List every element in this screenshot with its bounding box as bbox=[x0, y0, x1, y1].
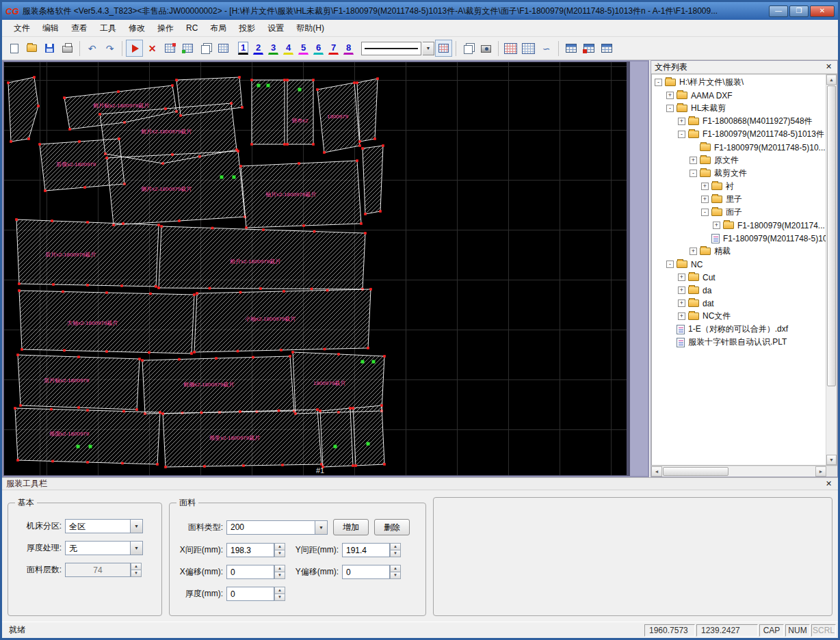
tree-item[interactable]: +里子 bbox=[652, 193, 826, 206]
stepper-down-icon[interactable]: ▼ bbox=[274, 594, 285, 601]
tree-item[interactable]: +精裁 bbox=[652, 245, 826, 258]
layer-7-button[interactable]: 7 bbox=[328, 42, 339, 55]
stepper-up-icon[interactable]: ▲ bbox=[274, 587, 285, 594]
tree-item[interactable]: -面子 bbox=[652, 206, 826, 219]
thickness-mode-combo[interactable]: 无 ▼ bbox=[65, 541, 143, 555]
run-cut-button[interactable] bbox=[126, 40, 143, 57]
y-offset-input[interactable] bbox=[342, 565, 390, 579]
layer-1-button[interactable]: 1 bbox=[238, 42, 248, 55]
fabric-layers-stepper[interactable]: ▲▼ bbox=[65, 563, 142, 577]
table-export-button[interactable] bbox=[562, 40, 579, 57]
tree-item[interactable]: -HL未裁剪 bbox=[652, 102, 826, 115]
stepper-down-icon[interactable]: ▼ bbox=[390, 550, 401, 557]
thickness-mode-value[interactable]: 无 bbox=[65, 541, 131, 555]
file-tree-horizontal-scrollbar[interactable]: ◄ ► bbox=[651, 466, 837, 477]
collapse-icon[interactable]: - bbox=[666, 261, 674, 268]
expand-icon[interactable]: + bbox=[690, 248, 697, 255]
snapshot-button[interactable] bbox=[477, 40, 495, 57]
measure-grid-button[interactable] bbox=[520, 40, 537, 57]
menu-item-1[interactable]: 文件 bbox=[8, 21, 36, 36]
vertical-scroll-thumb[interactable] bbox=[827, 85, 836, 386]
layer-4-button[interactable]: 4 bbox=[283, 42, 293, 55]
stepper-up-icon[interactable]: ▲ bbox=[274, 565, 285, 572]
file-tree-vertical-scrollbar[interactable]: ▲ ▼ bbox=[826, 75, 837, 465]
layer-2-button[interactable]: 2 bbox=[253, 42, 263, 55]
menu-item-3[interactable]: 查看 bbox=[65, 21, 94, 36]
pattern-piece[interactable] bbox=[357, 79, 378, 142]
tree-item[interactable]: +dat bbox=[652, 297, 826, 310]
menu-item-7[interactable]: RC bbox=[180, 21, 204, 35]
move-piece-button[interactable] bbox=[179, 40, 196, 57]
menu-item-9[interactable]: 投影 bbox=[233, 21, 261, 36]
pattern-piece[interactable] bbox=[159, 226, 365, 289]
thickness-input[interactable] bbox=[226, 587, 274, 601]
table-import-button[interactable] bbox=[580, 40, 597, 57]
menu-item-11[interactable]: 帮助(H) bbox=[290, 21, 330, 36]
marker-table-button[interactable] bbox=[502, 40, 519, 57]
expand-icon[interactable]: + bbox=[678, 312, 685, 320]
machine-zone-dropdown-icon[interactable]: ▼ bbox=[131, 519, 143, 533]
y-gap-input[interactable] bbox=[342, 543, 390, 557]
file-panel-close-icon[interactable] bbox=[824, 62, 834, 72]
menu-item-5[interactable]: 修改 bbox=[122, 21, 151, 36]
expand-icon[interactable]: + bbox=[713, 222, 720, 229]
scroll-right-icon[interactable]: ► bbox=[815, 466, 826, 477]
scroll-down-icon[interactable]: ▼ bbox=[826, 455, 837, 465]
machine-zone-combo[interactable]: 全区 ▼ bbox=[65, 519, 143, 533]
line-style-field[interactable] bbox=[361, 42, 421, 55]
minimize-button[interactable]: — bbox=[769, 5, 788, 17]
scroll-left-icon[interactable]: ◄ bbox=[651, 466, 662, 477]
x-offset-stepper[interactable]: ▲▼ bbox=[226, 565, 285, 579]
open-file-button[interactable] bbox=[23, 40, 40, 57]
pattern-piece[interactable] bbox=[320, 408, 353, 467]
canvas-scrollbar[interactable] bbox=[627, 62, 648, 476]
menu-item-6[interactable]: 操作 bbox=[151, 21, 180, 36]
drawing-canvas[interactable]: 前片贴x2-1800979裁片前片x2-1800979裁片袋布x21800979… bbox=[3, 62, 627, 476]
menu-item-8[interactable]: 布局 bbox=[204, 21, 233, 36]
redo-button[interactable]: ↷ bbox=[101, 40, 118, 57]
tree-item[interactable]: 服装十字针眼自动认识.PLT bbox=[652, 336, 826, 349]
stepper-up-icon[interactable]: ▲ bbox=[131, 563, 142, 570]
fabric-type-value[interactable]: 200 bbox=[226, 520, 315, 535]
scroll-up-icon[interactable]: ▲ bbox=[826, 75, 837, 85]
collapse-icon[interactable]: - bbox=[690, 170, 697, 177]
fabric-type-dropdown-icon[interactable]: ▼ bbox=[315, 520, 328, 535]
tree-item[interactable]: +NC文件 bbox=[652, 310, 826, 323]
copy-sheet-button[interactable] bbox=[197, 40, 214, 57]
tree-item[interactable]: -NC bbox=[652, 258, 826, 271]
tree-item[interactable]: 1-E（对称的可以合并）.dxf bbox=[652, 323, 826, 336]
clone-view-button[interactable] bbox=[460, 40, 477, 57]
title-bar[interactable]: CG 服装条格软件 <Ver5.4.3_T823><非售品:JW00000002… bbox=[2, 2, 838, 20]
x-gap-input[interactable] bbox=[226, 543, 274, 557]
collapse-icon[interactable]: - bbox=[666, 105, 674, 112]
x-offset-input[interactable] bbox=[226, 565, 274, 579]
expand-icon[interactable]: + bbox=[666, 92, 674, 99]
save-button[interactable] bbox=[41, 40, 58, 57]
pattern-piece[interactable] bbox=[252, 80, 285, 144]
pattern-piece[interactable] bbox=[353, 405, 384, 466]
tree-item[interactable]: F1-1800979(M2011748-5)10... bbox=[652, 232, 826, 245]
tree-item[interactable]: +F1-1800868(M4011927)548件 bbox=[652, 115, 826, 128]
horizontal-scroll-thumb[interactable] bbox=[663, 467, 729, 476]
stepper-down-icon[interactable]: ▼ bbox=[390, 572, 401, 579]
close-button[interactable]: ✕ bbox=[810, 5, 835, 17]
hatch-edit-button[interactable] bbox=[435, 40, 452, 57]
pattern-piece[interactable] bbox=[8, 77, 38, 142]
undo-button[interactable]: ↶ bbox=[83, 40, 101, 57]
stepper-down-icon[interactable]: ▼ bbox=[274, 572, 285, 579]
menu-item-10[interactable]: 设置 bbox=[261, 21, 290, 36]
tree-item[interactable]: +原文件 bbox=[652, 154, 826, 167]
table-stats-button[interactable] bbox=[598, 40, 615, 57]
add-button[interactable]: 增加 bbox=[333, 519, 369, 535]
layer-5-button[interactable]: 5 bbox=[298, 42, 309, 55]
fabric-layers-input[interactable] bbox=[65, 563, 131, 577]
stepper-up-icon[interactable]: ▲ bbox=[390, 543, 401, 550]
pattern-piece[interactable] bbox=[363, 146, 383, 214]
expand-icon[interactable]: + bbox=[701, 196, 709, 203]
thickness-stepper[interactable]: ▲▼ bbox=[226, 587, 285, 601]
stepper-down-icon[interactable]: ▼ bbox=[131, 570, 142, 577]
rotate-sheet-button[interactable] bbox=[215, 40, 232, 57]
tool-panel-close-icon[interactable] bbox=[824, 479, 834, 489]
x-gap-stepper[interactable]: ▲▼ bbox=[226, 543, 285, 557]
menu-item-4[interactable]: 工具 bbox=[94, 21, 122, 36]
